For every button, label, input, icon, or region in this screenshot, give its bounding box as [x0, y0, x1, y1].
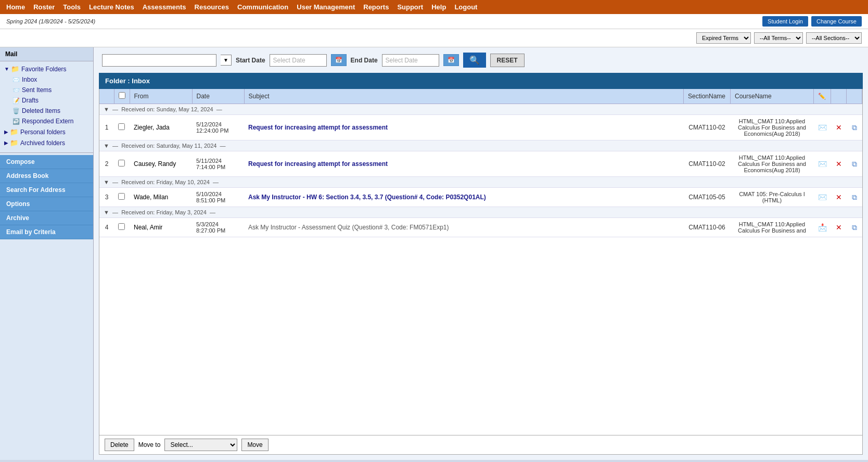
- sidebar-item-deleted[interactable]: 🗑️ Deleted Items: [0, 106, 93, 116]
- table-header-row: From Date Subject SectionName CourseName…: [99, 89, 862, 104]
- nav-item-roster[interactable]: Roster: [33, 3, 55, 11]
- row-checkbox[interactable]: [118, 193, 125, 200]
- sent-icon: 📨: [12, 87, 20, 94]
- change-course-button[interactable]: Change Course: [811, 16, 862, 27]
- mail-status-icon-cell: ✉️: [814, 115, 831, 140]
- search-button[interactable]: 🔍: [463, 53, 486, 68]
- drafts-icon: 📝: [12, 97, 20, 104]
- date-cell: 5/11/20247:14:00 PM: [192, 151, 244, 177]
- reset-button[interactable]: RESET: [490, 54, 525, 67]
- delete-icon-cell: ✕: [831, 188, 847, 207]
- from-cell: Ziegler, Jada: [130, 115, 192, 140]
- group-row: ▼ — Received on: Sunday, May 12, 2024 —: [99, 104, 862, 115]
- row-checkbox-cell: [114, 218, 130, 237]
- delete-icon[interactable]: ✕: [836, 123, 842, 132]
- table-row: 3 Wade, Milan 5/10/20248:51:00 PM Ask My…: [99, 188, 862, 207]
- select-all-checkbox[interactable]: [119, 92, 125, 99]
- end-date-input[interactable]: [382, 54, 439, 67]
- subject-cell[interactable]: Ask My Instructor - Assessment Quiz (Que…: [244, 218, 684, 237]
- start-date-calendar-button[interactable]: 📅: [331, 54, 347, 66]
- search-dropdown-arrow[interactable]: ▼: [221, 55, 232, 66]
- nav-item-reports[interactable]: Reports: [363, 3, 389, 11]
- responded-icon: ↩️: [12, 118, 20, 125]
- table-row: 1 Ziegler, Jada 5/12/202412:24:00 PM Req…: [99, 115, 862, 140]
- search-input[interactable]: [102, 54, 216, 67]
- delete-icon[interactable]: ✕: [836, 193, 842, 201]
- all-sections-select[interactable]: --All Sections--: [806, 32, 862, 44]
- delete-icon[interactable]: ✕: [836, 160, 842, 168]
- sidebar-item-responded[interactable]: ↩️ Responded Extern: [0, 116, 93, 126]
- search-for-address-button[interactable]: Search For Address: [0, 183, 93, 197]
- expand-arrow-icon2: ▶: [4, 129, 8, 135]
- row-checkbox[interactable]: [118, 160, 125, 166]
- delete-button[interactable]: Delete: [105, 439, 134, 451]
- forward-icon[interactable]: ⧉: [852, 123, 857, 132]
- personal-folders-item[interactable]: ▶ 📁 Personal folders: [0, 126, 93, 137]
- nav-item-lecture-notes[interactable]: Lecture Notes: [89, 3, 134, 11]
- group-collapse-arrow[interactable]: ▼: [104, 143, 109, 149]
- col-date: Date: [192, 89, 244, 104]
- course-cell: HTML_CMAT 110:Applied Calculus For Busin…: [731, 151, 814, 177]
- sidebar-item-inbox[interactable]: ✉️ Inbox: [0, 74, 93, 85]
- sidebar-item-drafts[interactable]: 📝 Drafts: [0, 95, 93, 106]
- subject-cell[interactable]: Request for increasing attempt for asses…: [244, 115, 684, 140]
- start-date-input[interactable]: [270, 54, 327, 67]
- archive-button[interactable]: Archive: [0, 211, 93, 225]
- tree-section: ▼ 📁 Favorite Folders ✉️ Inbox 📨 Sent Ite…: [0, 61, 93, 150]
- archived-folders-item[interactable]: ▶ 📁 Archived folders: [0, 137, 93, 148]
- col-forward-header: [847, 89, 862, 104]
- delete-icon-cell: ✕: [831, 151, 847, 177]
- group-collapse-arrow[interactable]: ▼: [104, 179, 109, 185]
- subject-cell[interactable]: Request for increasing attempt for asses…: [244, 151, 684, 177]
- move-button[interactable]: Move: [241, 439, 268, 451]
- nav-item-help[interactable]: Help: [431, 3, 446, 11]
- delete-icon[interactable]: ✕: [836, 223, 842, 232]
- col-delete-header: [831, 89, 847, 104]
- group-label: Received on: Sunday, May 12, 2024: [121, 106, 213, 112]
- row-checkbox[interactable]: [118, 223, 125, 230]
- student-login-button[interactable]: Student Login: [762, 16, 808, 27]
- nav-item-assessments[interactable]: Assessments: [143, 3, 186, 11]
- nav-item-support[interactable]: Support: [397, 3, 423, 11]
- group-collapse-arrow[interactable]: ▼: [104, 209, 109, 215]
- options-button[interactable]: Options: [0, 197, 93, 211]
- inbox-icon: ✉️: [12, 76, 20, 83]
- section-cell: CMAT105-05: [684, 188, 731, 207]
- folder-title: Folder : Inbox: [99, 73, 863, 89]
- section-cell: CMAT110-06: [684, 218, 731, 237]
- favorite-folders-item[interactable]: ▼ 📁 Favorite Folders: [0, 63, 93, 74]
- nav-item-user-management[interactable]: User Management: [297, 3, 355, 11]
- sidebar-item-sent[interactable]: 📨 Sent Items: [0, 85, 93, 95]
- mail-status-icon-cell: 📩: [814, 218, 831, 237]
- sidebar: Mail ▼ 📁 Favorite Folders ✉️ Inbox 📨 Sen…: [0, 47, 94, 460]
- dropdowns-row: Expired Terms --All Terms-- --All Sectio…: [0, 29, 868, 47]
- col-course: CourseName: [731, 89, 814, 104]
- group-label: Received on: Friday, May 3, 2024: [121, 209, 207, 215]
- nav-item-home[interactable]: Home: [6, 3, 25, 11]
- group-row: ▼ — Received on: Friday, May 3, 2024 —: [99, 207, 862, 218]
- nav-item-communication[interactable]: Communication: [237, 3, 288, 11]
- move-to-select[interactable]: Select...: [164, 439, 237, 451]
- subject-cell[interactable]: Ask My Instructor - HW 6: Section 3.4, 3…: [244, 188, 684, 207]
- group-row: ▼ — Received on: Saturday, May 11, 2024 …: [99, 140, 862, 151]
- forward-icon[interactable]: ⧉: [852, 193, 857, 201]
- email-by-criteria-button[interactable]: Email by Criteria: [0, 225, 93, 239]
- nav-item-resources[interactable]: Resources: [195, 3, 229, 11]
- compose-button[interactable]: Compose: [0, 155, 93, 169]
- group-collapse-arrow[interactable]: ▼: [104, 106, 109, 112]
- nav-item-logout[interactable]: Logout: [454, 3, 477, 11]
- row-checkbox[interactable]: [118, 123, 125, 130]
- nav-item-tools[interactable]: Tools: [63, 3, 81, 11]
- col-checkbox: [114, 89, 130, 104]
- expired-terms-select[interactable]: Expired Terms: [696, 32, 751, 44]
- end-date-calendar-button[interactable]: 📅: [443, 54, 459, 66]
- all-terms-select[interactable]: --All Terms--: [754, 32, 803, 44]
- mail-open-icon: 📩: [818, 223, 827, 232]
- row-number: 1: [99, 115, 114, 140]
- forward-icon[interactable]: ⧉: [852, 160, 857, 168]
- course-cell: HTML_CMAT 110:Applied Calculus For Busin…: [731, 115, 814, 140]
- address-book-button[interactable]: Address Book: [0, 169, 93, 183]
- trash-icon: 🗑️: [12, 108, 20, 114]
- expand-arrow-icon: ▼: [4, 66, 9, 72]
- forward-icon[interactable]: ⧉: [852, 223, 857, 232]
